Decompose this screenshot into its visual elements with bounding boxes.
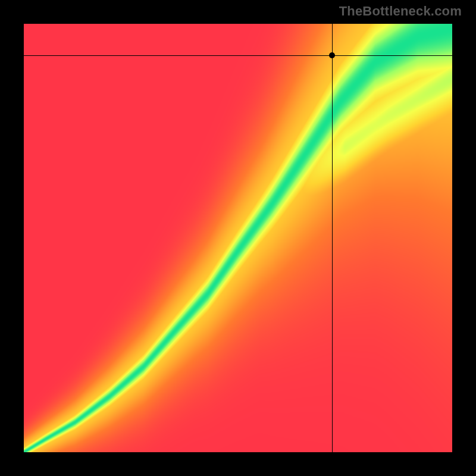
chart-frame: TheBottleneck.com	[0, 0, 476, 476]
heatmap-canvas	[24, 24, 452, 452]
watermark-text: TheBottleneck.com	[339, 4, 462, 19]
heatmap-plot	[24, 24, 452, 452]
